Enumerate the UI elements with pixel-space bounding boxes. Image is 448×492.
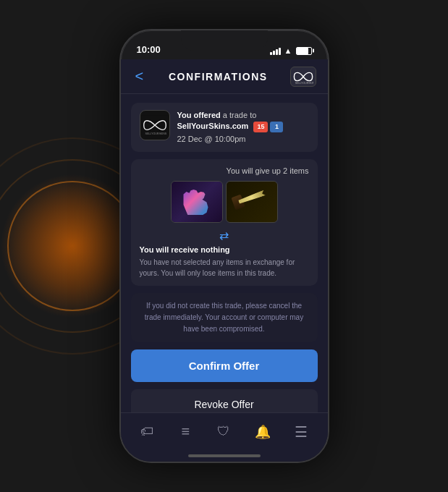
status-time: 10:00 xyxy=(137,44,161,55)
trade-info-card: SELLYOURSKINS You offered a trade to Sel… xyxy=(131,103,318,152)
receive-title: You will receive nothing xyxy=(140,245,309,254)
nav-tag[interactable]: 🏷 xyxy=(132,417,161,446)
wifi-icon: ▲ xyxy=(284,46,292,55)
glove-icon xyxy=(182,189,211,215)
svg-text:SELLYOURSKINS: SELLYOURSKINS xyxy=(145,132,166,135)
nav-shield[interactable]: 🛡 xyxy=(209,417,238,446)
receive-description: You have not selected any items in excha… xyxy=(140,257,309,279)
trade-to-text: a trade to xyxy=(223,111,256,119)
content-area: SELLYOURSKINS You offered a trade to Sel… xyxy=(121,94,328,412)
exchange-arrows-icon: ⇄ xyxy=(219,229,229,242)
badge-type: 1 xyxy=(270,122,283,132)
confirm-offer-button[interactable]: Confirm Offer xyxy=(131,349,318,382)
header-logo: SELLYOURSKINS xyxy=(290,67,316,87)
knife-image xyxy=(227,182,277,222)
site-name: SellYourSkins.com xyxy=(177,122,249,130)
nav-menu[interactable]: ☰ xyxy=(287,417,316,446)
home-indicator xyxy=(121,450,328,462)
nav-list[interactable]: ≡ xyxy=(171,417,200,446)
bell-icon: 🔔 xyxy=(255,424,271,440)
items-section: You will give up 2 items xyxy=(131,159,318,286)
offered-text: You offered xyxy=(177,111,221,119)
item-knife xyxy=(226,181,278,223)
trade-logo: SELLYOURSKINS xyxy=(140,110,170,140)
warning-box: If you did not create this trade, please… xyxy=(131,293,318,342)
status-icons: ▲ xyxy=(270,46,312,55)
warning-text: If you did not create this trade, please… xyxy=(141,300,308,335)
home-bar xyxy=(188,454,261,457)
battery-icon xyxy=(296,47,312,55)
receive-section: You will receive nothing You have not se… xyxy=(140,245,309,279)
trade-date: 22 Dec @ 10:00pm xyxy=(177,134,309,145)
badge-count: 15 xyxy=(253,122,268,132)
shield-icon: 🛡 xyxy=(217,424,230,439)
arrows-divider: ⇄ xyxy=(140,229,309,242)
phone-notch xyxy=(181,30,268,51)
trade-badges: 15 1 xyxy=(253,122,283,132)
back-button[interactable]: < xyxy=(132,65,147,88)
trade-text: You offered a trade to SellYourSkins.com… xyxy=(177,110,309,145)
list-icon: ≡ xyxy=(181,423,190,440)
page-title: CONFIRMATIONS xyxy=(169,71,268,82)
items-grid xyxy=(140,181,309,223)
tag-icon: 🏷 xyxy=(140,424,153,439)
signal-bars-icon xyxy=(270,46,281,55)
nav-bell[interactable]: 🔔 xyxy=(248,417,277,446)
knife-icon xyxy=(231,186,272,219)
header: < CONFIRMATIONS SELLYOURSKINS xyxy=(121,59,328,94)
menu-icon: ☰ xyxy=(295,423,308,441)
item-gloves xyxy=(171,181,223,223)
screen: < CONFIRMATIONS SELLYOURSKINS xyxy=(121,59,328,462)
svg-text:SELLYOURSKINS: SELLYOURSKINS xyxy=(295,82,313,84)
phone-frame: 10:00 ▲ < CONFIRMATIONS SELLYO xyxy=(119,29,329,463)
bottom-nav: 🏷 ≡ 🛡 🔔 ☰ xyxy=(121,412,328,450)
items-title: You will give up 2 items xyxy=(140,166,309,175)
gloves-image xyxy=(172,182,222,222)
revoke-offer-button[interactable]: Revoke Offer xyxy=(131,389,318,412)
